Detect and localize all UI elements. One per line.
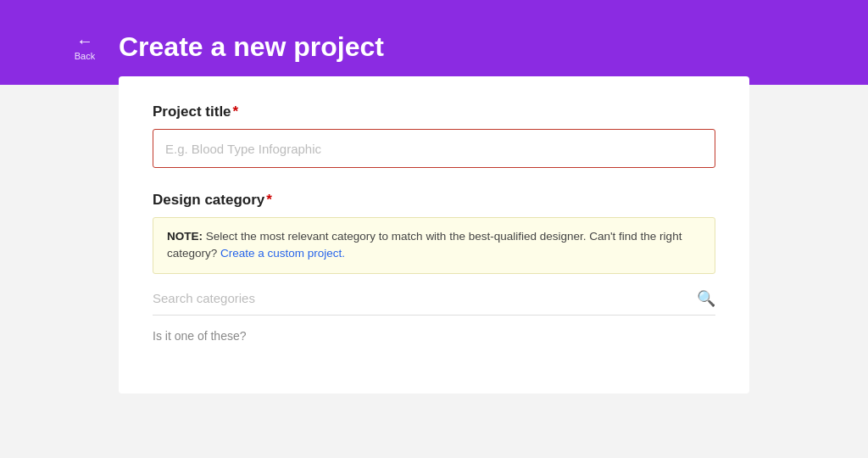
project-title-input[interactable] — [153, 129, 715, 168]
design-category-label-text: Design category — [153, 192, 264, 209]
back-button[interactable]: ← Back — [68, 32, 102, 61]
content-area: Project title* Design category* NOTE: Se… — [0, 85, 868, 402]
create-custom-project-link[interactable]: Create a custom project. — [220, 247, 345, 260]
back-label: Back — [75, 51, 95, 61]
page-title: Create a new project — [119, 31, 384, 63]
design-category-label: Design category* — [153, 192, 715, 209]
project-title-field: Project title* — [153, 103, 715, 168]
category-search-row: 🔍 — [153, 289, 715, 316]
project-title-label-text: Project title — [153, 103, 231, 120]
project-title-required: * — [233, 103, 239, 120]
design-category-field: Design category* NOTE: Select the most r… — [153, 192, 715, 343]
design-category-required: * — [266, 192, 272, 209]
hint-text: Is it one of these? — [153, 329, 715, 343]
note-bold-text: NOTE: — [167, 230, 203, 243]
category-search-input[interactable] — [153, 291, 697, 305]
search-icon[interactable]: 🔍 — [697, 289, 715, 308]
project-title-label: Project title* — [153, 103, 715, 120]
note-box: NOTE: Select the most relevant category … — [153, 217, 715, 274]
form-card: Project title* Design category* NOTE: Se… — [119, 76, 749, 394]
back-arrow-icon: ← — [76, 32, 93, 49]
